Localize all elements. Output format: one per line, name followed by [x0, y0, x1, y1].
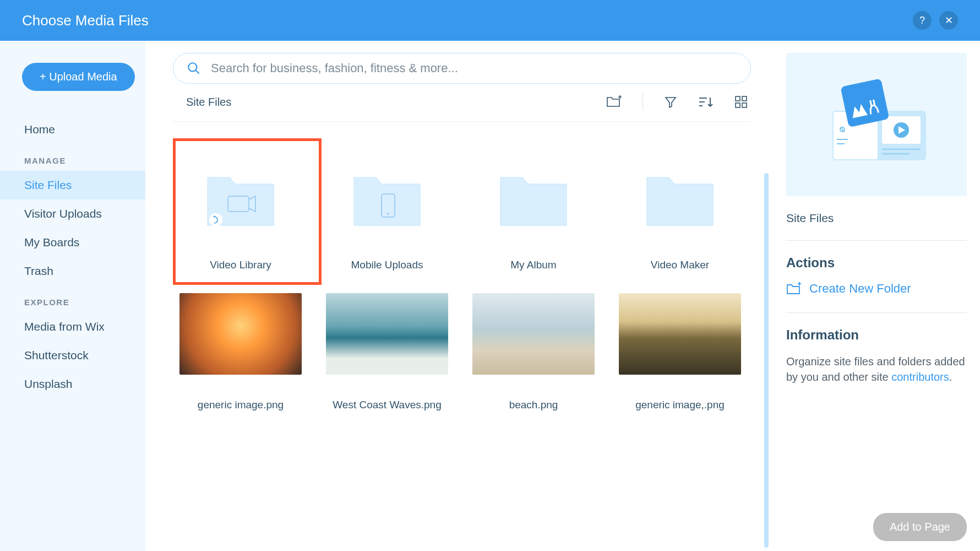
info-illustration [786, 53, 967, 196]
nav-section-manage: MANAGE [0, 144, 145, 171]
nav-trash[interactable]: Trash [0, 257, 145, 285]
info-title: Site Files [786, 212, 967, 241]
dialog-header: Choose Media Files ? ✕ [0, 0, 980, 41]
folder-icon [179, 138, 302, 257]
svg-point-12 [209, 213, 222, 226]
image-thumbnail [179, 293, 302, 375]
nav-media-from-wix[interactable]: Media from Wix [0, 312, 145, 341]
image-item[interactable]: generic image,.png [619, 293, 741, 411]
contributors-link[interactable]: contributors [891, 371, 949, 383]
new-folder-icon[interactable] [606, 95, 622, 109]
image-label: generic image,.png [635, 399, 725, 411]
toolbar: Site Files [173, 94, 751, 122]
search-bar[interactable] [173, 53, 751, 84]
folder-label: Video Library [210, 259, 271, 271]
search-input[interactable] [211, 61, 737, 75]
image-item[interactable]: beach.png [472, 293, 595, 411]
folder-my-album[interactable]: My Album [472, 138, 595, 271]
create-folder-label: Create New Folder [809, 282, 911, 296]
filter-icon[interactable] [664, 95, 677, 109]
folder-mobile-uploads[interactable]: Mobile Uploads [326, 138, 448, 271]
image-item[interactable]: West Coast Waves.png [326, 293, 448, 411]
svg-rect-9 [736, 103, 740, 107]
folder-label: Mobile Uploads [351, 259, 423, 271]
scrollbar[interactable] [764, 173, 769, 548]
nav-my-boards[interactable]: My Boards [0, 228, 145, 257]
close-button[interactable]: ✕ [939, 11, 958, 30]
sort-icon[interactable] [698, 95, 714, 109]
image-item[interactable]: generic image.png [179, 293, 302, 411]
upload-media-button[interactable]: + Upload Media [22, 63, 135, 91]
grid-view-icon[interactable] [734, 95, 748, 109]
info-text-suffix: . [949, 371, 952, 383]
folder-icon [472, 138, 595, 257]
toolbar-separator [643, 94, 643, 110]
nav-section-explore: EXPLORE [0, 285, 145, 312]
folder-plus-icon [786, 282, 802, 295]
image-thumbnail [619, 293, 741, 375]
nav-home[interactable]: Home [0, 115, 145, 144]
content-area: Site Files [145, 41, 773, 551]
dialog-title: Choose Media Files [22, 12, 149, 29]
folder-label: My Album [510, 259, 556, 271]
folder-video-maker[interactable]: Video Maker [619, 138, 741, 271]
location-label: Site Files [186, 96, 231, 109]
nav-visitor-uploads[interactable]: Visitor Uploads [0, 199, 145, 228]
search-icon [187, 61, 201, 75]
create-folder-action[interactable]: Create New Folder [786, 282, 967, 313]
image-thumbnail [472, 293, 595, 375]
nav-unsplash[interactable]: Unsplash [0, 370, 145, 398]
svg-rect-8 [742, 96, 747, 101]
help-button[interactable]: ? [913, 11, 932, 30]
svg-rect-25 [840, 78, 889, 127]
actions-heading: Actions [786, 241, 967, 282]
image-label: beach.png [509, 399, 558, 411]
folder-icon [326, 138, 448, 257]
folder-label: Video Maker [651, 259, 709, 271]
folder-icon [619, 138, 741, 257]
svg-point-14 [387, 213, 389, 215]
svg-line-1 [195, 70, 199, 74]
svg-rect-10 [742, 103, 747, 107]
image-label: generic image.png [198, 399, 284, 411]
nav-site-files[interactable]: Site Files [0, 171, 145, 199]
header-actions: ? ✕ [913, 11, 958, 30]
nav-shutterstock[interactable]: Shutterstock [0, 341, 145, 370]
grid-area: Video Library Mobile Uploads My Album [173, 122, 751, 411]
image-thumbnail [326, 293, 448, 375]
svg-rect-7 [736, 96, 740, 101]
info-text: Organize site files and folders added by… [786, 354, 967, 385]
image-label: West Coast Waves.png [333, 399, 441, 411]
information-heading: Information [786, 313, 967, 354]
info-panel: Site Files Actions Create New Folder Inf… [773, 41, 980, 551]
svg-point-0 [188, 63, 197, 71]
add-to-page-button[interactable]: Add to Page [873, 513, 967, 541]
folder-video-library[interactable]: Video Library [179, 138, 302, 271]
sidebar: + Upload Media Home MANAGE Site Files Vi… [0, 41, 145, 551]
